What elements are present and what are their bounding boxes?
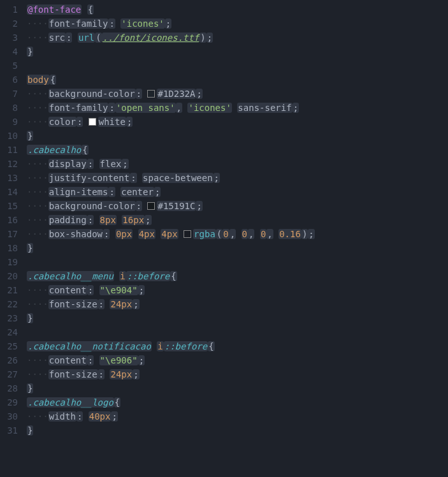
token-val: #1D232A bbox=[157, 89, 196, 99]
token-punct: : bbox=[98, 369, 105, 379]
token-punct: ; bbox=[138, 355, 145, 365]
token-punct: : bbox=[136, 89, 142, 99]
token-brace: { bbox=[87, 4, 94, 15]
code-line[interactable]: ····src: url(../font/icones.ttf); bbox=[27, 31, 448, 45]
code-line[interactable]: ····font-size: 24px; bbox=[27, 297, 448, 311]
code-line[interactable]: ····display: flex; bbox=[27, 157, 448, 171]
code-line[interactable]: ····padding: 8px 16px; bbox=[27, 213, 448, 227]
token-ws: ···· bbox=[27, 103, 48, 113]
code-line[interactable]: ····background-color: #15191C; bbox=[27, 199, 448, 213]
token-num: 0 bbox=[260, 229, 266, 239]
token-prop: font-size bbox=[48, 299, 98, 309]
token-punct: ; bbox=[133, 299, 139, 309]
code-line[interactable]: ····font-family: 'icones'; bbox=[27, 17, 448, 31]
token-punct: ( bbox=[216, 229, 222, 239]
code-line[interactable]: ····box-shadow: 0px 4px 4px rgba(0, 0, 0… bbox=[27, 227, 448, 241]
token-class: .cabecalho__notificacao bbox=[27, 341, 152, 351]
token-brace: } bbox=[27, 131, 33, 141]
token-ws: ···· bbox=[27, 89, 48, 99]
code-line[interactable]: } bbox=[27, 241, 448, 255]
token-ws bbox=[94, 215, 99, 225]
code-line[interactable]: ····justify-content: space-between; bbox=[27, 171, 448, 185]
line-number: 14 bbox=[0, 185, 18, 199]
line-number: 25 bbox=[0, 339, 18, 353]
line-number: 30 bbox=[0, 409, 18, 423]
code-line[interactable]: .cabecalho__menu i::before{ bbox=[27, 269, 448, 283]
token-ws bbox=[133, 229, 138, 239]
code-area[interactable]: @font-face {····font-family: 'icones';··… bbox=[27, 0, 448, 477]
code-line[interactable]: ····align-items: center; bbox=[27, 185, 448, 199]
line-number: 1 bbox=[0, 3, 18, 17]
token-ws bbox=[254, 229, 259, 239]
code-line[interactable]: ····background-color: #1D232A; bbox=[27, 87, 448, 101]
token-punct: : bbox=[98, 299, 105, 309]
token-brace: } bbox=[27, 243, 33, 253]
code-line[interactable]: .cabecalho{ bbox=[27, 143, 448, 157]
token-sel: body bbox=[27, 75, 50, 85]
code-line[interactable] bbox=[27, 325, 448, 339]
token-punct: : bbox=[87, 285, 94, 295]
code-editor[interactable]: 1234567891011121314151617181920212223242… bbox=[0, 0, 448, 477]
code-line[interactable]: ····font-family:'open sans', 'icones' sa… bbox=[27, 101, 448, 115]
token-ws: ···· bbox=[27, 173, 48, 183]
token-prop: content bbox=[48, 285, 87, 295]
token-ws bbox=[72, 33, 77, 43]
token-prop: content bbox=[48, 355, 87, 365]
line-number: 9 bbox=[0, 115, 18, 129]
token-punct: ; bbox=[154, 187, 161, 197]
line-number: 16 bbox=[0, 213, 18, 227]
token-brace: { bbox=[170, 271, 177, 281]
token-prop: align-items bbox=[48, 187, 109, 197]
code-line[interactable]: ····color: white; bbox=[27, 115, 448, 129]
code-line[interactable]: ····content: "\e904"; bbox=[27, 283, 448, 297]
token-class: .cabecalho bbox=[27, 145, 82, 155]
code-line[interactable]: } bbox=[27, 45, 448, 59]
token-prop: justify-content bbox=[48, 173, 130, 183]
line-number: 8 bbox=[0, 101, 18, 115]
code-line[interactable] bbox=[27, 59, 448, 73]
token-punct: : bbox=[136, 201, 142, 211]
token-ws bbox=[83, 117, 88, 127]
token-ws: ···· bbox=[27, 33, 48, 43]
token-ws bbox=[178, 229, 184, 239]
token-val: #15191C bbox=[157, 201, 196, 211]
token-prop: font-family bbox=[48, 103, 109, 113]
code-line[interactable]: ····content: "\e906"; bbox=[27, 353, 448, 367]
token-punct: : bbox=[130, 173, 136, 183]
token-punct: , bbox=[229, 229, 236, 239]
token-brace: { bbox=[114, 397, 120, 407]
code-line[interactable]: .cabecalho__notificacao i::before{ bbox=[27, 339, 448, 353]
token-ws: ···· bbox=[27, 369, 48, 379]
code-line[interactable]: @font-face { bbox=[27, 3, 448, 17]
token-prop: color bbox=[48, 117, 76, 127]
token-ws bbox=[83, 411, 88, 422]
token-ws: ···· bbox=[27, 215, 48, 225]
code-line[interactable]: ····font-size: 24px; bbox=[27, 367, 448, 381]
code-line[interactable]: } bbox=[27, 381, 448, 395]
token-num: 0.16 bbox=[278, 229, 301, 239]
code-line[interactable] bbox=[27, 255, 448, 269]
line-number: 3 bbox=[0, 31, 18, 45]
token-punct: ; bbox=[196, 89, 202, 99]
token-punct: ( bbox=[95, 33, 101, 43]
code-line[interactable]: } bbox=[27, 129, 448, 143]
line-number: 10 bbox=[0, 129, 18, 143]
code-line[interactable]: .cabecalho__logo{ bbox=[27, 395, 448, 409]
code-line[interactable]: } bbox=[27, 311, 448, 325]
token-pseudo: ::before bbox=[164, 341, 208, 351]
token-punct: : bbox=[76, 411, 83, 422]
line-number: 22 bbox=[0, 297, 18, 311]
code-line[interactable]: ····width: 40px; bbox=[27, 409, 448, 423]
token-ws bbox=[110, 229, 115, 239]
color-swatch bbox=[184, 230, 191, 238]
token-num: 16px bbox=[122, 215, 145, 225]
code-line[interactable]: } bbox=[27, 423, 448, 437]
token-val: white bbox=[98, 117, 126, 127]
line-number: 24 bbox=[0, 325, 18, 339]
token-num: 40px bbox=[89, 411, 112, 422]
token-str: 'open sans' bbox=[115, 103, 176, 113]
token-class: .cabecalho__menu bbox=[27, 271, 114, 281]
code-line[interactable]: body{ bbox=[27, 73, 448, 87]
token-ws: ···· bbox=[27, 201, 48, 211]
token-punct: ; bbox=[126, 117, 133, 127]
